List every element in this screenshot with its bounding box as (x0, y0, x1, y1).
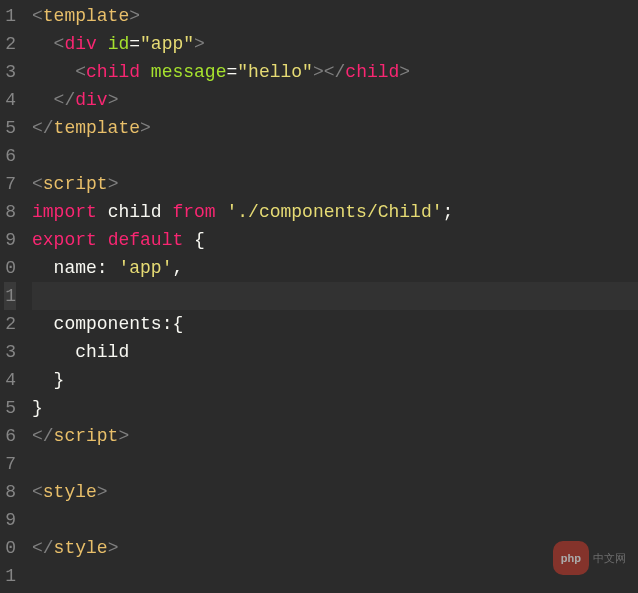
code-line[interactable] (32, 450, 638, 478)
code-line[interactable]: <child message="hello"></child> (32, 58, 638, 86)
line-number: 3 (4, 338, 16, 366)
code-line[interactable]: <template> (32, 2, 638, 30)
code-line[interactable]: } (32, 366, 638, 394)
line-number: 0 (4, 254, 16, 282)
code-line[interactable]: } (32, 394, 638, 422)
line-number: 6 (4, 142, 16, 170)
code-line[interactable]: export default { (32, 226, 638, 254)
code-line[interactable]: </style> (32, 534, 638, 562)
code-line[interactable]: name: 'app', (32, 254, 638, 282)
line-number: 3 (4, 58, 16, 86)
code-line[interactable] (32, 562, 638, 590)
line-number: 9 (4, 226, 16, 254)
watermark-badge: php (553, 541, 589, 575)
code-line[interactable]: <script> (32, 170, 638, 198)
line-number: 1 (4, 562, 16, 590)
line-number: 7 (4, 450, 16, 478)
line-number: 1 (4, 282, 16, 310)
code-line[interactable]: child (32, 338, 638, 366)
line-number: 8 (4, 478, 16, 506)
line-number: 5 (4, 394, 16, 422)
code-line[interactable]: </script> (32, 422, 638, 450)
code-line[interactable]: </div> (32, 86, 638, 114)
line-number: 0 (4, 534, 16, 562)
code-editor[interactable]: 1 2 3 4 5 6 7 8 9 0 1 2 3 4 5 6 7 8 9 0 … (0, 0, 638, 593)
code-line[interactable] (32, 142, 638, 170)
line-number: 7 (4, 170, 16, 198)
watermark: php 中文网 (553, 541, 626, 575)
line-number: 2 (4, 30, 16, 58)
line-number-gutter: 1 2 3 4 5 6 7 8 9 0 1 2 3 4 5 6 7 8 9 0 … (0, 0, 24, 593)
line-number: 8 (4, 198, 16, 226)
watermark-text: 中文网 (593, 544, 626, 572)
code-line-active[interactable] (32, 282, 638, 310)
code-line[interactable]: import child from './components/Child'; (32, 198, 638, 226)
code-line[interactable]: <style> (32, 478, 638, 506)
code-content[interactable]: <template> <div id="app"> <child message… (24, 0, 638, 593)
code-line[interactable]: <div id="app"> (32, 30, 638, 58)
line-number: 1 (4, 2, 16, 30)
code-line[interactable]: </template> (32, 114, 638, 142)
line-number: 9 (4, 506, 16, 534)
code-line[interactable] (32, 506, 638, 534)
line-number: 4 (4, 86, 16, 114)
line-number: 4 (4, 366, 16, 394)
line-number: 5 (4, 114, 16, 142)
line-number: 6 (4, 422, 16, 450)
code-line[interactable]: components:{ (32, 310, 638, 338)
line-number: 2 (4, 310, 16, 338)
